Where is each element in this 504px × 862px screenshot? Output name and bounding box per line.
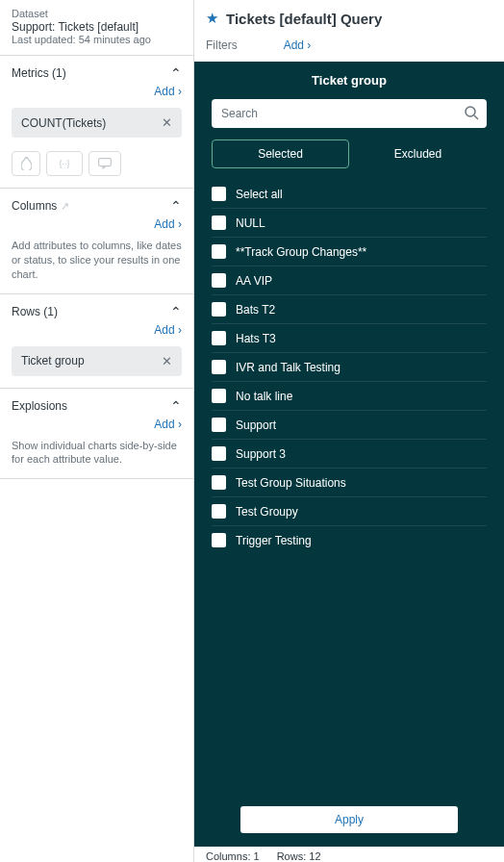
main-area: ★ Tickets [default] Query Filters Add › … <box>194 0 504 862</box>
metric-pill[interactable]: COUNT(Tickets) ✕ <box>12 108 182 138</box>
option-row[interactable]: Test Groupy <box>212 496 487 525</box>
option-row[interactable]: IVR and Talk Testing <box>212 352 487 381</box>
filters-row: Filters Add › <box>194 35 504 62</box>
option-label: IVR and Talk Testing <box>236 361 340 374</box>
option-label: Test Group Situations <box>236 476 346 490</box>
filter-panel: Ticket group Selected Excluded Select al… <box>194 62 504 847</box>
dataset-block: Dataset Support: Tickets [default] Last … <box>0 0 193 56</box>
checkbox[interactable] <box>212 360 226 374</box>
option-row[interactable]: Hats T3 <box>212 323 487 352</box>
row-pill-label: Ticket group <box>21 354 85 368</box>
brackets-icon: {··} <box>46 151 83 176</box>
search-input[interactable] <box>212 99 487 128</box>
link-icon: ↗ <box>61 200 69 213</box>
columns-help: Add attributes to columns, like dates or… <box>12 239 182 282</box>
option-label: Trigger Testing <box>236 534 312 547</box>
checkbox[interactable] <box>212 244 226 259</box>
row-pill[interactable]: Ticket group ✕ <box>12 346 182 376</box>
disabled-button-row: {··} <box>12 151 182 176</box>
option-label: No talk line <box>236 390 292 403</box>
metrics-title: Metrics (1) <box>12 66 66 80</box>
option-row[interactable]: AA VIP <box>212 266 487 294</box>
chevron-up-icon[interactable]: ⌃ <box>170 304 182 319</box>
metrics-add-link[interactable]: Add › <box>12 85 182 98</box>
chevron-up-icon[interactable]: ⌃ <box>170 398 182 414</box>
chevron-up-icon[interactable]: ⌃ <box>170 198 182 214</box>
query-title: Tickets [default] Query <box>226 11 382 27</box>
filters-add-link[interactable]: Add › <box>284 38 312 52</box>
option-label: NULL <box>236 216 265 230</box>
dataset-name: Support: Tickets [default] <box>12 20 182 34</box>
explosions-section: Explosions ⌃ Add › Show individual chart… <box>0 389 193 480</box>
star-icon[interactable]: ★ <box>206 10 218 27</box>
search-icon <box>464 105 479 123</box>
checkbox[interactable] <box>212 504 226 519</box>
columns-add-link[interactable]: Add › <box>12 217 182 231</box>
footer-rows: Rows: 12 <box>277 850 321 862</box>
checkbox[interactable] <box>212 418 226 432</box>
tab-selected[interactable]: Selected <box>212 139 349 168</box>
explosions-title: Explosions <box>12 399 67 413</box>
rows-title: Rows (1) <box>12 305 58 318</box>
option-label: Support 3 <box>236 447 286 461</box>
footer-row: Columns: 1 Rows: 12 <box>194 847 504 862</box>
option-label: Bats T2 <box>236 303 275 317</box>
filters-label: Filters <box>206 38 238 52</box>
option-row[interactable]: NULL <box>212 208 487 237</box>
checkbox[interactable] <box>212 273 226 288</box>
checkbox[interactable] <box>212 302 226 317</box>
checkbox[interactable] <box>212 389 226 403</box>
config-sidebar: Dataset Support: Tickets [default] Last … <box>0 0 194 862</box>
option-row[interactable]: No talk line <box>212 381 487 410</box>
footer-columns: Columns: 1 <box>206 850 260 862</box>
checkbox[interactable] <box>212 187 226 201</box>
close-icon[interactable]: ✕ <box>162 354 172 368</box>
tab-row: Selected Excluded <box>212 139 487 168</box>
rows-section: Rows (1) ⌃ Add › Ticket group ✕ <box>0 294 193 389</box>
option-row[interactable]: Select all <box>212 180 487 208</box>
checkbox[interactable] <box>212 475 226 490</box>
checkbox[interactable] <box>212 216 226 230</box>
option-row[interactable]: Test Group Situations <box>212 468 487 496</box>
option-label: **Track Group Changes** <box>236 245 366 259</box>
apply-button[interactable]: Apply <box>240 806 458 833</box>
columns-title: Columns ↗ <box>12 199 69 213</box>
option-label: Test Groupy <box>236 505 298 519</box>
svg-point-1 <box>466 107 475 116</box>
water-drop-icon <box>12 151 40 176</box>
checkbox[interactable] <box>212 533 226 547</box>
svg-rect-0 <box>99 159 112 166</box>
chat-icon <box>88 151 121 176</box>
dataset-updated: Last updated: 54 minutes ago <box>12 34 182 45</box>
close-icon[interactable]: ✕ <box>162 115 172 130</box>
metric-pill-label: COUNT(Tickets) <box>21 116 106 130</box>
option-row[interactable]: Trigger Testing <box>212 525 487 554</box>
option-label: Support <box>236 418 276 432</box>
option-row[interactable]: Support <box>212 410 487 439</box>
explosions-help: Show individual charts side-by-side for … <box>12 439 182 468</box>
option-row[interactable]: Bats T2 <box>212 294 487 323</box>
tab-excluded[interactable]: Excluded <box>349 139 487 168</box>
chevron-up-icon[interactable]: ⌃ <box>170 65 182 81</box>
columns-section: Columns ↗ ⌃ Add › Add attributes to colu… <box>0 189 193 294</box>
svg-line-2 <box>474 115 478 119</box>
explosions-add-link[interactable]: Add › <box>12 418 182 431</box>
metrics-section: Metrics (1) ⌃ Add › COUNT(Tickets) ✕ {··… <box>0 56 193 189</box>
dataset-label: Dataset <box>12 8 182 19</box>
option-row[interactable]: Support 3 <box>212 439 487 468</box>
option-label: Hats T3 <box>236 332 276 345</box>
options-list: Select allNULL**Track Group Changes**AA … <box>194 180 504 554</box>
option-label: Select all <box>236 188 283 201</box>
checkbox[interactable] <box>212 331 226 345</box>
query-title-row: ★ Tickets [default] Query <box>194 0 504 35</box>
checkbox[interactable] <box>212 446 226 461</box>
panel-title: Ticket group <box>212 73 487 88</box>
search-wrap <box>212 99 487 128</box>
option-label: AA VIP <box>236 274 272 288</box>
rows-add-link[interactable]: Add › <box>12 323 182 337</box>
option-row[interactable]: **Track Group Changes** <box>212 237 487 266</box>
